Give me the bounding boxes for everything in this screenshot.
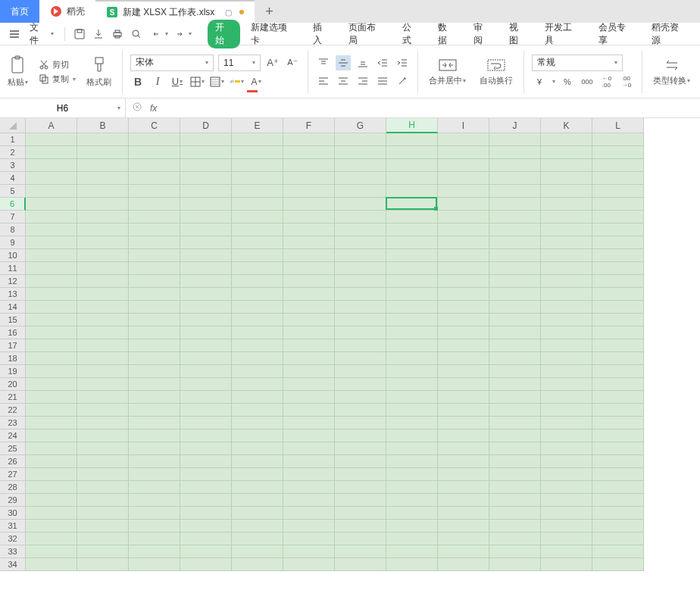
italic-button[interactable]: I <box>150 74 165 89</box>
cell[interactable] <box>232 288 283 301</box>
cell[interactable] <box>438 198 489 211</box>
row-header[interactable]: 21 <box>0 391 26 404</box>
cell[interactable] <box>129 146 180 159</box>
cell[interactable] <box>180 133 232 146</box>
cell[interactable] <box>77 198 129 211</box>
cell[interactable] <box>489 314 541 326</box>
cell[interactable] <box>438 442 489 455</box>
row-header[interactable]: 31 <box>0 520 26 532</box>
align-center-button[interactable] <box>336 73 351 89</box>
cell[interactable] <box>335 198 386 211</box>
font-color-button[interactable]: A▾ <box>248 74 264 89</box>
cell[interactable] <box>180 352 232 365</box>
menu-tab-formula[interactable]: 公式 <box>395 21 427 47</box>
column-header[interactable]: L <box>592 118 644 133</box>
cell[interactable] <box>592 404 644 417</box>
cell[interactable] <box>438 301 489 314</box>
cell[interactable] <box>335 146 386 159</box>
cell[interactable] <box>541 275 592 288</box>
row-header[interactable]: 26 <box>0 455 26 468</box>
cell[interactable] <box>129 159 180 172</box>
cell[interactable] <box>541 507 592 520</box>
cell[interactable] <box>438 223 489 236</box>
formula-input[interactable] <box>164 103 694 114</box>
cell[interactable] <box>489 326 541 339</box>
cell[interactable] <box>438 339 489 352</box>
cell[interactable] <box>438 532 489 545</box>
row-header[interactable]: 33 <box>0 545 26 558</box>
cell[interactable] <box>541 314 592 326</box>
decrease-decimal-button[interactable]: .00→0 <box>619 74 634 89</box>
cell[interactable] <box>77 352 129 365</box>
cell[interactable] <box>180 146 232 159</box>
cell[interactable] <box>129 558 180 571</box>
cell[interactable] <box>77 185 129 198</box>
cut-button[interactable]: 剪切 <box>39 59 76 70</box>
cell[interactable] <box>129 275 180 288</box>
cell[interactable] <box>489 301 541 314</box>
cell[interactable] <box>335 352 386 365</box>
cell[interactable] <box>489 262 541 275</box>
cell[interactable] <box>386 262 438 275</box>
cell[interactable] <box>180 314 232 326</box>
cell[interactable] <box>283 275 335 288</box>
wrap-text-button[interactable]: 自动换行 <box>477 57 516 86</box>
cell[interactable] <box>77 378 129 391</box>
cell[interactable] <box>335 236 386 249</box>
cell[interactable] <box>129 417 180 429</box>
cell[interactable] <box>129 507 180 520</box>
cell[interactable] <box>180 455 232 468</box>
cell[interactable] <box>592 352 644 365</box>
cell[interactable] <box>232 417 283 429</box>
row-header[interactable]: 16 <box>0 326 26 339</box>
cell[interactable] <box>26 198 77 211</box>
cell[interactable] <box>283 455 335 468</box>
menu-tab-data[interactable]: 数据 <box>430 21 463 47</box>
cell[interactable] <box>180 520 232 532</box>
cell[interactable] <box>386 352 438 365</box>
cell[interactable] <box>77 159 129 172</box>
cell[interactable] <box>77 223 129 236</box>
cell[interactable] <box>592 275 644 288</box>
cell[interactable] <box>541 262 592 275</box>
cell[interactable] <box>232 262 283 275</box>
cell[interactable] <box>386 520 438 532</box>
cell[interactable] <box>592 545 644 558</box>
menu-tab-dev[interactable]: 开发工具 <box>537 21 587 47</box>
cell[interactable] <box>541 391 592 404</box>
cell[interactable] <box>592 558 644 571</box>
cell[interactable] <box>180 417 232 429</box>
cell[interactable] <box>180 262 232 275</box>
cell[interactable] <box>335 301 386 314</box>
cell[interactable] <box>386 404 438 417</box>
cell[interactable] <box>129 494 180 507</box>
print-icon[interactable] <box>109 26 125 42</box>
cell[interactable] <box>438 185 489 198</box>
row-header[interactable]: 15 <box>0 314 26 326</box>
cell[interactable] <box>489 352 541 365</box>
cell[interactable] <box>180 249 232 262</box>
row-header[interactable]: 29 <box>0 494 26 507</box>
cell[interactable] <box>232 275 283 288</box>
new-tab-button[interactable]: + <box>255 0 284 23</box>
cell[interactable] <box>232 532 283 545</box>
cell[interactable] <box>386 532 438 545</box>
column-header[interactable]: D <box>180 118 232 133</box>
cell[interactable] <box>283 262 335 275</box>
cell[interactable] <box>386 429 438 442</box>
cell[interactable] <box>592 314 644 326</box>
cell[interactable] <box>283 545 335 558</box>
cell[interactable] <box>541 365 592 378</box>
cell[interactable] <box>180 275 232 288</box>
cell[interactable] <box>438 558 489 571</box>
cell[interactable] <box>335 494 386 507</box>
cell[interactable] <box>129 391 180 404</box>
column-header[interactable]: K <box>541 118 592 133</box>
cell[interactable] <box>541 146 592 159</box>
cell[interactable] <box>232 365 283 378</box>
cell[interactable] <box>180 532 232 545</box>
cell[interactable] <box>232 249 283 262</box>
cell[interactable] <box>335 288 386 301</box>
cell[interactable] <box>180 378 232 391</box>
cell[interactable] <box>129 481 180 494</box>
